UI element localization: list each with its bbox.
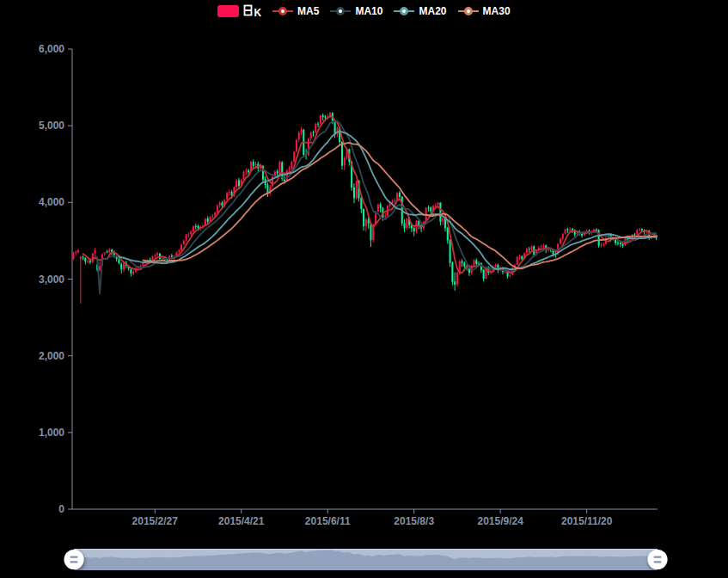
axes: 01,0002,0003,0004,0005,0006,0002015/2/27… xyxy=(39,43,658,527)
datazoom-slider[interactable] xyxy=(64,549,668,570)
legend-item-k[interactable]: K xyxy=(217,4,261,19)
x-axis-label: 2015/11/20 xyxy=(561,515,613,527)
legend-item-ma30[interactable]: MA30 xyxy=(458,5,511,17)
y-axis-label: 3,000 xyxy=(39,274,64,286)
ma20-legend-marker xyxy=(394,6,414,16)
legend-label: MA20 xyxy=(419,5,446,17)
candlestick-chart: 01,0002,0003,0004,0005,0006,0002015/2/27… xyxy=(0,0,728,578)
candlestick-legend-marker xyxy=(217,5,239,17)
legend-item-ma5[interactable]: MA5 xyxy=(272,5,319,17)
ma5-legend-marker xyxy=(272,6,293,16)
x-axis-label: 2015/6/11 xyxy=(305,515,351,527)
y-axis-label: 6,000 xyxy=(39,43,64,55)
x-axis-label: 2015/8/3 xyxy=(394,515,434,527)
datazoom-handle-left[interactable] xyxy=(64,550,84,569)
candle-series xyxy=(72,112,657,304)
legend-label: MA10 xyxy=(355,5,382,17)
legend-label: MA30 xyxy=(483,5,511,17)
cjk-day-glyph xyxy=(243,4,253,16)
legend: KMA5MA10MA20MA30 xyxy=(0,3,728,19)
x-axis-label: 2015/2/27 xyxy=(132,515,179,527)
ma30-legend-marker xyxy=(458,6,479,16)
ma-lines xyxy=(83,116,657,294)
datazoom-handle-right[interactable] xyxy=(648,550,668,569)
ma-line-ma10 xyxy=(95,121,657,294)
ma-line-ma5 xyxy=(83,116,657,273)
legend-label: K xyxy=(243,4,261,19)
legend-item-ma20[interactable]: MA20 xyxy=(394,5,446,17)
y-axis-label: 2,000 xyxy=(39,350,64,362)
y-axis-label: 0 xyxy=(58,503,64,515)
candlestick-app: { "page": { "background": "#000000" }, "… xyxy=(0,0,728,578)
y-axis-label: 1,000 xyxy=(39,427,64,439)
y-axis-label: 4,000 xyxy=(39,196,64,208)
legend-label: MA5 xyxy=(297,5,319,17)
x-axis-label: 2015/4/21 xyxy=(218,515,265,527)
x-axis-label: 2015/9/24 xyxy=(477,515,523,527)
legend-item-ma10[interactable]: MA10 xyxy=(330,5,382,17)
y-axis-label: 5,000 xyxy=(39,120,64,132)
ma10-legend-marker xyxy=(330,6,351,16)
